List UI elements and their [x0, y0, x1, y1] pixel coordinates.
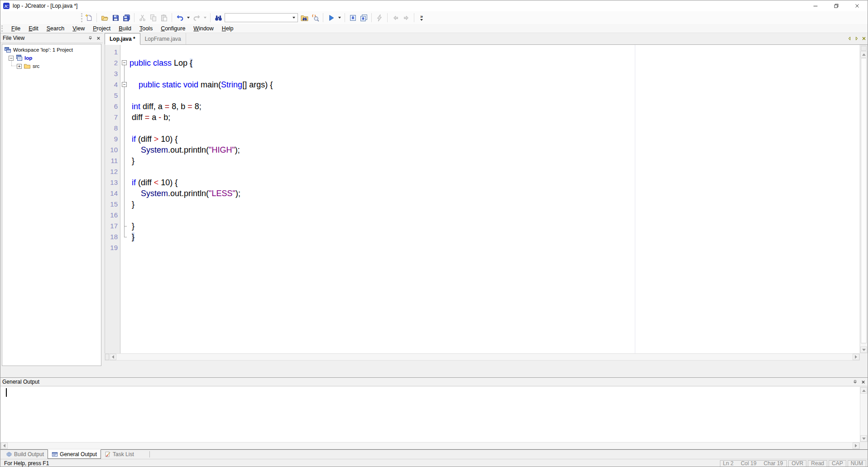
- pin-icon[interactable]: [851, 378, 858, 385]
- code-line-10[interactable]: 10 System.out.println("HIGH");: [105, 144, 859, 155]
- open-file-button[interactable]: [99, 12, 110, 23]
- find-in-files-button[interactable]: [299, 12, 310, 23]
- menu-search[interactable]: Search: [43, 24, 69, 33]
- editor-vertical-scrollbar[interactable]: [860, 45, 868, 353]
- splitter-box[interactable]: [861, 46, 867, 51]
- undo-icon: [176, 14, 184, 22]
- code-line-6[interactable]: 6 int diff, a = 8, b = 8;: [105, 101, 859, 112]
- find-button[interactable]: [213, 12, 224, 23]
- redo-button[interactable]: [191, 12, 202, 23]
- undo-button[interactable]: [174, 12, 185, 23]
- tab-build-output[interactable]: Build Output: [2, 450, 48, 459]
- scroll-right-button[interactable]: [853, 354, 859, 360]
- output-vertical-scrollbar[interactable]: [860, 387, 868, 442]
- scroll-down-button[interactable]: [860, 435, 867, 442]
- tab-task-list[interactable]: Task List: [101, 450, 138, 459]
- menu-file[interactable]: File: [7, 24, 24, 33]
- scroll-tabs-left-icon[interactable]: [846, 35, 852, 41]
- menu-configure[interactable]: Configure: [157, 24, 189, 33]
- code-line-2[interactable]: 2−public class Lop {: [105, 58, 859, 68]
- binoculars-icon: [215, 14, 222, 22]
- line-number: 19: [105, 242, 120, 253]
- document-tab-lopframe-java[interactable]: LopFrame.java: [140, 33, 186, 44]
- folder-icon: [24, 63, 31, 70]
- navigate-forward-button[interactable]: [401, 12, 412, 23]
- menu-project[interactable]: Project: [89, 24, 115, 33]
- scroll-up-button[interactable]: [860, 51, 867, 58]
- redo-dropdown[interactable]: [202, 12, 208, 23]
- restore-button[interactable]: [826, 0, 847, 11]
- scroll-down-button[interactable]: [860, 347, 867, 353]
- menu-edit[interactable]: Edit: [24, 24, 43, 33]
- save-all-button[interactable]: [121, 12, 132, 23]
- run-dropdown[interactable]: [336, 12, 342, 23]
- copy-button[interactable]: [148, 12, 158, 23]
- code-line-11[interactable]: 11 }: [105, 155, 859, 166]
- code-line-5[interactable]: 5: [105, 90, 859, 101]
- tree-node-project-lop[interactable]: −lop: [2, 54, 101, 62]
- scroll-left-button[interactable]: [1, 443, 8, 449]
- replace-in-files-button[interactable]: [310, 12, 321, 23]
- navigate-back-button[interactable]: [390, 12, 401, 23]
- tree-node-workspace[interactable]: Workspace 'lop': 1 Project: [2, 46, 101, 54]
- code-line-17[interactable]: 17 }: [105, 221, 859, 231]
- minimize-button[interactable]: [805, 0, 826, 11]
- code-editor[interactable]: 12−public class Lop {34− public static v…: [105, 45, 859, 353]
- scroll-up-button[interactable]: [860, 387, 867, 394]
- pin-icon[interactable]: [86, 34, 94, 42]
- splitter-box[interactable]: [105, 354, 109, 360]
- general-output-console[interactable]: [0, 386, 868, 442]
- code-line-8[interactable]: 8: [105, 123, 859, 134]
- editor-horizontal-scrollbar[interactable]: [105, 353, 860, 361]
- code-line-19[interactable]: 19: [105, 242, 859, 253]
- close-icon[interactable]: [859, 378, 867, 385]
- menu-build[interactable]: Build: [115, 24, 135, 33]
- scroll-right-button[interactable]: [853, 443, 859, 449]
- tree-node-folder-src[interactable]: +src: [2, 62, 101, 70]
- menu-help[interactable]: Help: [218, 24, 238, 33]
- code-line-4[interactable]: 4− public static void main(String[] args…: [105, 79, 859, 90]
- toolbar-separator: [210, 13, 211, 22]
- code-line-18[interactable]: 18 }: [105, 231, 859, 242]
- menu-tools[interactable]: Tools: [135, 24, 157, 33]
- code-line-14[interactable]: 14 System.out.println("LESS");: [105, 188, 859, 199]
- menu-view[interactable]: View: [68, 24, 89, 33]
- close-icon[interactable]: [95, 34, 102, 42]
- code-line-15[interactable]: 15 }: [105, 199, 859, 210]
- code-line-3[interactable]: 3: [105, 68, 859, 79]
- compile-file-button[interactable]: [347, 12, 358, 23]
- code-line-16[interactable]: 16: [105, 210, 859, 221]
- toolbar-overflow-button[interactable]: »: [417, 12, 427, 23]
- menubar-grip[interactable]: [1, 25, 4, 32]
- cut-button[interactable]: [137, 12, 148, 23]
- close-button[interactable]: [847, 0, 868, 11]
- output-horizontal-scrollbar[interactable]: [0, 442, 860, 449]
- code-line-7[interactable]: 7 diff = a - b;: [105, 112, 859, 123]
- chevron-down-icon[interactable]: [290, 14, 297, 21]
- code-line-9[interactable]: 9 if (diff > 10) {: [105, 134, 859, 144]
- collapse-box-icon[interactable]: −: [9, 56, 14, 61]
- scroll-left-button[interactable]: [110, 354, 116, 360]
- debug-button[interactable]: [374, 12, 385, 23]
- tab-general-output[interactable]: General Output: [48, 449, 101, 459]
- paste-button[interactable]: [158, 12, 169, 23]
- code-line-1[interactable]: 1: [105, 47, 859, 58]
- search-input[interactable]: [225, 14, 289, 21]
- run-button[interactable]: [326, 12, 336, 23]
- fold-collapse-icon[interactable]: −: [122, 82, 127, 87]
- document-tab-lop-java[interactable]: Lop.java *: [105, 33, 140, 45]
- editor-vscroll-thumb[interactable]: [861, 58, 867, 343]
- undo-dropdown[interactable]: [185, 12, 191, 23]
- scroll-tabs-right-icon[interactable]: [854, 35, 859, 41]
- code-line-13[interactable]: 13 if (diff < 10) {: [105, 177, 859, 188]
- new-file-button[interactable]: [83, 12, 94, 23]
- code-text: [129, 123, 859, 134]
- close-document-icon[interactable]: [861, 35, 867, 41]
- code-line-12[interactable]: 12: [105, 166, 859, 177]
- search-combobox[interactable]: [225, 13, 298, 22]
- save-button[interactable]: [110, 12, 121, 23]
- expand-box-icon[interactable]: +: [17, 64, 22, 69]
- menu-window[interactable]: Window: [189, 24, 217, 33]
- fold-collapse-icon[interactable]: −: [122, 60, 127, 65]
- compile-project-button[interactable]: [358, 12, 369, 23]
